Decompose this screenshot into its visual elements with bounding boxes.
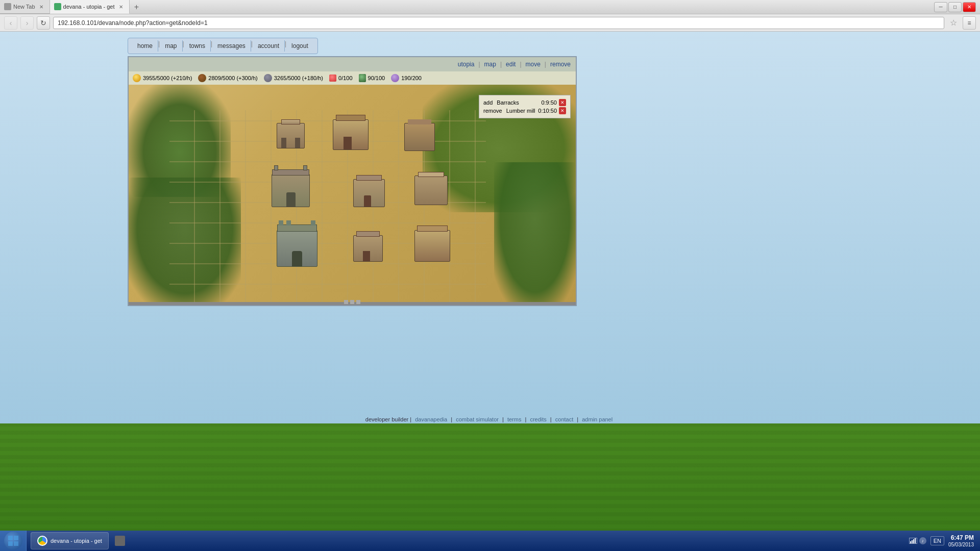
toolbar-utopia[interactable]: utopia xyxy=(458,61,475,68)
taskbar: devana - utopia - get ♪ EN 6:47 PM 05/03… xyxy=(0,531,980,551)
building-6[interactable] xyxy=(414,176,448,205)
building-3[interactable] xyxy=(404,123,435,151)
svg-rect-1 xyxy=(14,536,18,540)
building-5[interactable] xyxy=(353,179,385,207)
faith-icon xyxy=(391,74,399,82)
stone-icon xyxy=(264,74,272,82)
footer-contact[interactable]: contact xyxy=(555,416,573,422)
queue-item-2: remove Lumber mill 0:10:50 ✕ xyxy=(483,107,566,115)
windows-orb xyxy=(4,532,22,550)
close-button[interactable]: ✕ xyxy=(963,2,976,12)
reload-button[interactable]: ↻ xyxy=(37,16,50,30)
nav-logout[interactable]: logout xyxy=(286,40,313,52)
stone-tiles xyxy=(169,110,486,304)
faith-value: 190/200 xyxy=(401,75,422,81)
queue-close-button-1[interactable]: ✕ xyxy=(559,99,566,106)
footer-terms[interactable]: terms xyxy=(507,416,522,422)
building-7[interactable] xyxy=(277,230,317,267)
vegetation-bottomright xyxy=(494,162,576,305)
desktop: New Tab ✕ devana - utopia - get ✕ + ─ □ … xyxy=(0,0,980,551)
back-button[interactable]: ‹ xyxy=(4,16,17,30)
browser-window: New Tab ✕ devana - utopia - get ✕ + ─ □ … xyxy=(0,0,980,423)
windows-logo xyxy=(8,535,19,546)
tabs-container: New Tab ✕ devana - utopia - get ✕ + xyxy=(0,0,934,14)
clock-display: 6:47 PM 05/03/2013 xyxy=(948,534,974,547)
taskbar-chrome-app[interactable]: devana - utopia - get xyxy=(31,532,109,549)
sound-icon: ♪ xyxy=(919,537,926,544)
toolbar-edit[interactable]: edit xyxy=(506,61,516,68)
minimize-button[interactable]: ─ xyxy=(934,2,947,12)
scroll-arrow-3[interactable] xyxy=(356,300,360,304)
footer-davanapedia[interactable]: davanapedia xyxy=(415,416,447,422)
address-input[interactable] xyxy=(53,17,944,29)
taskbar-chrome-label: devana - utopia - get xyxy=(51,538,102,544)
taskbar-right: ♪ EN 6:47 PM 05/03/2013 xyxy=(909,534,980,547)
footer-combat-simulator[interactable]: combat simulator xyxy=(456,416,499,422)
queue-item-1: add Barracks 0:9:50 ✕ xyxy=(483,98,566,107)
nav-account[interactable]: account xyxy=(253,40,285,52)
population-icon xyxy=(329,74,336,82)
game-viewport[interactable]: add Barracks 0:9:50 ✕ remove Lumber mill… xyxy=(129,85,576,305)
page-footer: developer builder | davanapedia | combat… xyxy=(0,416,980,422)
resource-stone: 3265/5000 (+180/h) xyxy=(264,74,323,82)
title-bar: New Tab ✕ devana - utopia - get ✕ + ─ □ … xyxy=(0,0,980,14)
chrome-taskbar-icon xyxy=(37,536,47,546)
taskbar-app-2[interactable] xyxy=(111,532,129,549)
wood-value: 2809/5000 (+300/h) xyxy=(208,75,257,81)
tab-close-game[interactable]: ✕ xyxy=(117,3,125,11)
game-scrollbar[interactable] xyxy=(129,302,576,305)
svg-rect-3 xyxy=(14,541,18,546)
forward-button[interactable]: › xyxy=(20,16,34,30)
building-4[interactable] xyxy=(272,174,310,207)
toolbar-map[interactable]: map xyxy=(484,61,496,68)
bookmark-star[interactable]: ☆ xyxy=(947,17,960,29)
queue-action-2: remove xyxy=(483,108,502,114)
footer-admin-panel[interactable]: admin panel xyxy=(582,416,612,422)
nav-towns[interactable]: towns xyxy=(184,40,211,52)
resource-population: 0/100 xyxy=(329,74,353,82)
clock-time: 6:47 PM xyxy=(951,534,974,541)
tab-close-new-tab[interactable]: ✕ xyxy=(37,3,45,11)
nav-home[interactable]: home xyxy=(132,40,158,52)
maximize-button[interactable]: □ xyxy=(948,2,962,12)
tab-title-game: devana - utopia - get xyxy=(63,4,115,10)
start-button[interactable] xyxy=(0,531,27,551)
queue-time-1: 0:9:50 xyxy=(541,99,557,106)
nav-messages[interactable]: messages xyxy=(212,40,251,52)
resource-gold: 3955/5000 (+210/h) xyxy=(133,74,192,82)
building-1[interactable] xyxy=(277,123,305,148)
building-2[interactable] xyxy=(333,119,369,150)
scroll-arrows xyxy=(344,300,360,304)
scroll-arrow-1[interactable] xyxy=(344,300,348,304)
game-content-area: home | map | towns | messages | account … xyxy=(0,32,980,423)
wood-icon xyxy=(198,74,206,82)
chrome-menu-button[interactable]: ≡ xyxy=(963,16,976,30)
new-tab-button[interactable]: + xyxy=(130,0,144,14)
footer-credits[interactable]: credits xyxy=(530,416,546,422)
nav-map[interactable]: map xyxy=(160,40,182,52)
page-navigation: home | map | towns | messages | account … xyxy=(128,38,318,54)
resource-faith: 190/200 xyxy=(391,74,422,82)
tab-game[interactable]: devana - utopia - get ✕ xyxy=(50,0,130,14)
svg-rect-0 xyxy=(8,536,13,540)
system-tray: ♪ xyxy=(909,537,926,544)
scroll-arrow-2[interactable] xyxy=(350,300,354,304)
network-icon xyxy=(909,538,917,544)
toolbar-move[interactable]: move xyxy=(526,61,541,68)
queue-building-1: Barracks xyxy=(497,99,539,106)
gold-icon xyxy=(133,74,141,82)
queue-action-1: add xyxy=(483,99,493,106)
address-bar: ‹ › ↻ ☆ ≡ xyxy=(0,14,980,32)
svg-rect-2 xyxy=(8,541,13,546)
queue-building-2: Lumber mill xyxy=(506,108,536,114)
resource-army: 90/100 xyxy=(359,74,385,82)
resources-bar: 3955/5000 (+210/h) 2809/5000 (+300/h) 32… xyxy=(129,71,576,85)
army-icon xyxy=(359,74,366,82)
language-button[interactable]: EN xyxy=(930,536,944,545)
tab-new-tab[interactable]: New Tab ✕ xyxy=(0,0,50,14)
toolbar-remove[interactable]: remove xyxy=(550,61,571,68)
queue-close-button-2[interactable]: ✕ xyxy=(559,107,566,114)
building-8[interactable] xyxy=(353,235,383,262)
tab-title-new-tab: New Tab xyxy=(13,4,35,10)
building-9[interactable] xyxy=(414,230,450,262)
